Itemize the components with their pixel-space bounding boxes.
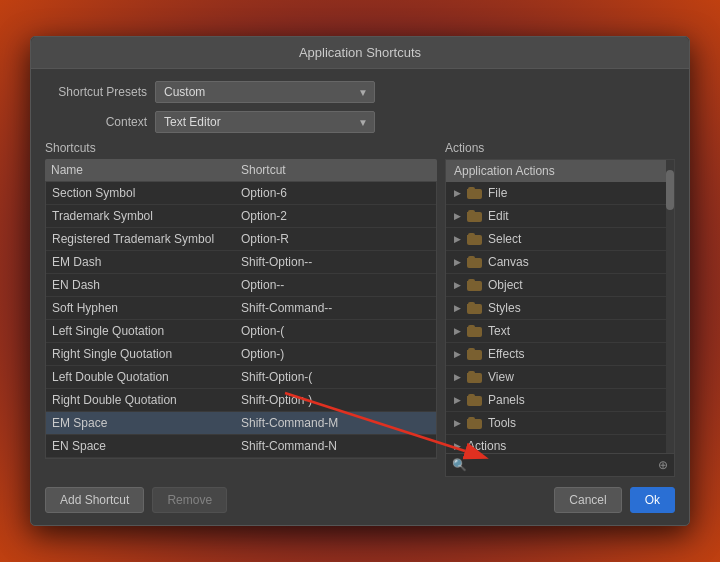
shortcut-value: Option-R: [241, 232, 430, 246]
action-item[interactable]: ▶ Edit: [446, 205, 674, 228]
col-name-header: Name: [51, 163, 241, 177]
actions-items-container: ▶ File ▶ Edit ▶ Select ▶ Canvas ▶ Object…: [446, 182, 674, 454]
context-select-wrap: Text Editor ▼: [155, 111, 375, 133]
action-item[interactable]: ▶ Actions: [446, 435, 674, 454]
table-row[interactable]: Section Symbol Option-6: [46, 182, 436, 205]
folder-icon: [467, 256, 483, 268]
shortcut-name: EN Dash: [52, 278, 241, 292]
context-label: Context: [45, 115, 155, 129]
table-row[interactable]: Left Single Quotation Option-(: [46, 320, 436, 343]
table-row[interactable]: Soft Hyphen Shift-Command--: [46, 297, 436, 320]
shortcut-name: Soft Hyphen: [52, 301, 241, 315]
action-item[interactable]: ▶ View: [446, 366, 674, 389]
footer-left: Add Shortcut Remove: [45, 487, 227, 513]
action-item[interactable]: ▶ Effects: [446, 343, 674, 366]
shortcuts-table[interactable]: Section Symbol Option-6 Trademark Symbol…: [45, 181, 437, 459]
footer: Add Shortcut Remove Cancel Ok: [45, 487, 675, 513]
presets-select[interactable]: Custom: [155, 81, 375, 103]
shortcut-name: Registered Trademark Symbol: [52, 232, 241, 246]
dialog-body: Shortcut Presets Custom ▼ Context Text E…: [31, 69, 689, 525]
presets-select-wrap: Custom ▼: [155, 81, 375, 103]
table-row[interactable]: Left Double Quotation Shift-Option-(: [46, 366, 436, 389]
action-item-label: File: [488, 186, 507, 200]
presets-label: Shortcut Presets: [45, 85, 155, 99]
context-select[interactable]: Text Editor: [155, 111, 375, 133]
action-item[interactable]: ▶ Styles: [446, 297, 674, 320]
shortcut-name: Right Single Quotation: [52, 347, 241, 361]
table-row[interactable]: EN Space Shift-Command-N: [46, 435, 436, 458]
action-item-label: Canvas: [488, 255, 529, 269]
expand-triangle-icon: ▶: [454, 188, 461, 198]
shortcut-name: EM Dash: [52, 255, 241, 269]
shortcut-value: Shift-Command-M: [241, 416, 430, 430]
actions-list: Application Actions ▶ File ▶ Edit ▶ Sele…: [445, 159, 675, 454]
presets-row: Shortcut Presets Custom ▼: [45, 81, 675, 103]
action-item[interactable]: ▶ Tools: [446, 412, 674, 435]
table-row[interactable]: Registered Trademark Symbol Option-R: [46, 228, 436, 251]
add-shortcut-button[interactable]: Add Shortcut: [45, 487, 144, 513]
shortcut-value: Option-6: [241, 186, 430, 200]
shortcut-value: Option-(: [241, 324, 430, 338]
remove-button[interactable]: Remove: [152, 487, 227, 513]
action-item-label: Tools: [488, 416, 516, 430]
search-icon: 🔍: [452, 458, 467, 472]
expand-triangle-icon: ▶: [454, 280, 461, 290]
table-row[interactable]: Right Double Quotation Shift-Option-): [46, 389, 436, 412]
action-item[interactable]: ▶ File: [446, 182, 674, 205]
ok-button[interactable]: Ok: [630, 487, 675, 513]
search-input[interactable]: [471, 458, 658, 472]
folder-icon: [467, 417, 483, 429]
actions-panel: Actions Application Actions ▶ File ▶ Edi…: [445, 141, 675, 477]
folder-icon: [467, 210, 483, 222]
table-row[interactable]: EM Dash Shift-Option--: [46, 251, 436, 274]
shortcut-value: Option--: [241, 278, 430, 292]
action-item[interactable]: ▶ Select: [446, 228, 674, 251]
col-shortcut-header: Shortcut: [241, 163, 431, 177]
expand-triangle-icon: ▶: [454, 211, 461, 221]
expand-triangle-icon: ▶: [454, 395, 461, 405]
shortcut-value: Shift-Command--: [241, 301, 430, 315]
folder-icon: [467, 233, 483, 245]
action-item-label: Styles: [488, 301, 521, 315]
shortcut-value: Option-): [241, 347, 430, 361]
action-item[interactable]: ▶ Panels: [446, 389, 674, 412]
action-item-label: Edit: [488, 209, 509, 223]
folder-icon: [467, 187, 483, 199]
table-header: Name Shortcut: [45, 159, 437, 181]
content-area: Shortcuts Name Shortcut Section Symbol O…: [45, 141, 675, 477]
action-item[interactable]: ▶ Text: [446, 320, 674, 343]
scrollbar-track[interactable]: [666, 160, 674, 453]
expand-triangle-icon: ▶: [454, 418, 461, 428]
folder-icon: [467, 348, 483, 360]
expand-triangle-icon: ▶: [454, 257, 461, 267]
action-item[interactable]: ▶ Canvas: [446, 251, 674, 274]
shortcut-name: Section Symbol: [52, 186, 241, 200]
action-item[interactable]: ▶ Object: [446, 274, 674, 297]
shortcut-name: Right Double Quotation: [52, 393, 241, 407]
shortcuts-label: Shortcuts: [45, 141, 437, 155]
shortcuts-panel: Shortcuts Name Shortcut Section Symbol O…: [45, 141, 437, 477]
folder-icon: [467, 302, 483, 314]
folder-icon: [467, 394, 483, 406]
folder-icon: [467, 279, 483, 291]
scrollbar-thumb[interactable]: [666, 170, 674, 210]
shortcut-value: Shift-Option-): [241, 393, 430, 407]
table-row[interactable]: EM Space Shift-Command-M: [46, 412, 436, 435]
action-item-label: Text: [488, 324, 510, 338]
table-row[interactable]: Trademark Symbol Option-2: [46, 205, 436, 228]
actions-label: Actions: [445, 141, 675, 155]
table-row[interactable]: Right Single Quotation Option-): [46, 343, 436, 366]
expand-triangle-icon: ▶: [454, 303, 461, 313]
context-row: Context Text Editor ▼: [45, 111, 675, 133]
action-item-label: Effects: [488, 347, 524, 361]
action-item-label: Actions: [467, 439, 506, 453]
expand-triangle-icon: ▶: [454, 349, 461, 359]
shortcut-value: Shift-Command-N: [241, 439, 430, 453]
folder-icon: [467, 371, 483, 383]
table-row[interactable]: EN Dash Option--: [46, 274, 436, 297]
expand-triangle-icon: ▶: [454, 234, 461, 244]
action-item-label: Panels: [488, 393, 525, 407]
search-end-icon: ⊕: [658, 458, 668, 472]
action-item-label: View: [488, 370, 514, 384]
cancel-button[interactable]: Cancel: [554, 487, 621, 513]
